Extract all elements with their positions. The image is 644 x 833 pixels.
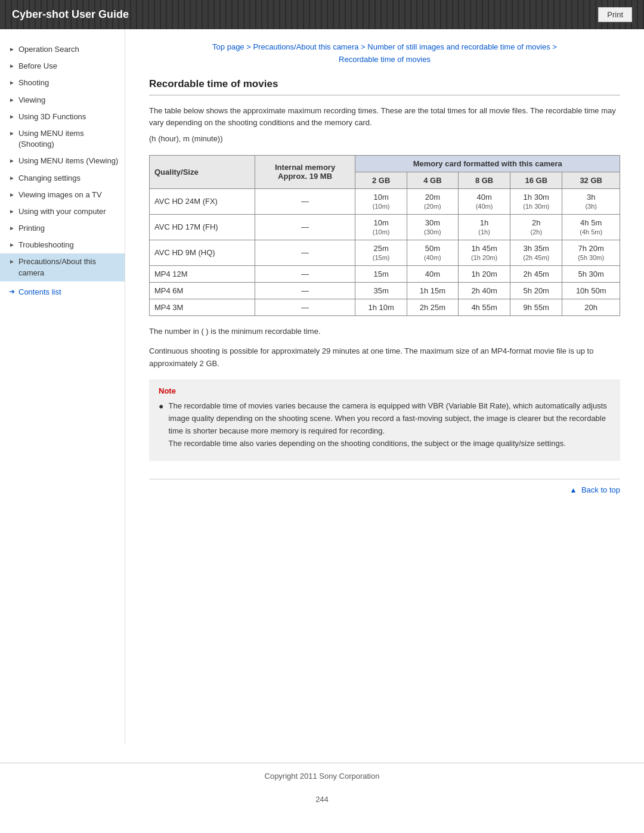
sidebar-item-menu-shooting[interactable]: ► Using MENU items (Shooting) [0,125,125,153]
quality-mp4-12m: MP4 12M [150,265,255,282]
triangle-up-icon: ▲ [569,486,577,494]
app-title: Cyber-shot User Guide [12,8,129,21]
32gb-mp4-6m: 10h 50m [562,282,620,299]
sidebar-item-operation-search[interactable]: ► Operation Search [0,41,125,58]
table-row: MP4 3M — 1h 10m 2h 25m 4h 55m 9h 55m 20h [150,299,620,315]
internal-mp4-6m: — [255,282,355,299]
internal-mp4-12m: — [255,265,355,282]
8gb-mp4-6m: 2h 40m [458,282,510,299]
8gb-avc-fh: 1h(1h) [458,214,510,240]
sidebar-item-label: Using with your computer [18,206,106,217]
16gb-avc-fh: 2h(2h) [510,214,562,240]
breadcrumb-precautions[interactable]: Precautions/About this camera [253,42,358,51]
col-header-2gb: 2 GB [355,172,407,188]
16gb-avc-hq: 3h 35m(2h 45m) [510,240,562,265]
table-row: MP4 6M — 35m 1h 15m 2h 40m 5h 20m 10h 50… [150,282,620,299]
breadcrumb-recordable-time[interactable]: Recordable time of movies [339,55,431,64]
4gb-mp4-3m: 2h 25m [407,299,458,315]
2gb-avc-fx: 10m(10m) [355,188,407,214]
copyright-text: Copyright 2011 Sony Corporation [265,772,380,781]
table-row: AVC HD 9M (HQ) — 25m(15m) 50m(40m) 1h 45… [150,240,620,265]
arrow-icon: ► [9,96,15,104]
sidebar-item-before-use[interactable]: ► Before Use [0,58,125,75]
arrow-icon: ► [9,45,15,54]
table-row: AVC HD 17M (FH) — 10m(10m) 30m(30m) 1h(1… [150,214,620,240]
col-header-quality: Quality/Size [150,155,255,188]
sidebar-item-label: Printing [18,223,45,234]
8gb-avc-hq: 1h 45m(1h 20m) [458,240,510,265]
contents-list-link[interactable]: ➔ Contents list [0,287,125,296]
breadcrumb-top[interactable]: Top page [212,42,244,51]
print-button[interactable]: Print [598,7,632,22]
sidebar-item-changing-settings[interactable]: ► Changing settings [0,170,125,187]
sidebar-item-label: Shooting [18,78,49,88]
intro-text-2: (h (hour), m (minute)) [149,133,620,145]
16gb-mp4-6m: 5h 20m [510,282,562,299]
internal-avc-hq: — [255,240,355,265]
arrow-icon: ► [9,241,15,249]
sidebar-item-label: Troubleshooting [18,240,74,250]
col-header-16gb: 16 GB [510,172,562,188]
col-header-32gb: 32 GB [562,172,620,188]
4gb-mp4-6m: 1h 15m [407,282,458,299]
sidebar-item-viewing[interactable]: ► Viewing [0,92,125,109]
2gb-avc-hq: 25m(15m) [355,240,407,265]
quality-mp4-6m: MP4 6M [150,282,255,299]
4gb-avc-hq: 50m(40m) [407,240,458,265]
32gb-avc-fx: 3h(3h) [562,188,620,214]
sidebar-item-computer[interactable]: ► Using with your computer [0,203,125,220]
8gb-mp4-12m: 1h 20m [458,265,510,282]
32gb-avc-fh: 4h 5m(4h 5m) [562,214,620,240]
col-header-memory-card: Memory card formatted with this camera [355,155,620,172]
4gb-avc-fh: 30m(30m) [407,214,458,240]
back-to-top-row: ▲ Back to top [149,479,620,494]
32gb-mp4-3m: 20h [562,299,620,315]
16gb-mp4-3m: 9h 55m [510,299,562,315]
bullet-dot-icon: ● [159,401,163,411]
col-header-internal: Internal memoryApprox. 19 MB [255,155,355,188]
breadcrumb-number-images[interactable]: Number of still images and recordable ti… [367,42,550,51]
sidebar-item-shooting[interactable]: ► Shooting [0,75,125,91]
arrow-icon: ► [9,191,15,199]
sidebar-item-label: Viewing images on a TV [18,190,102,200]
sidebar-item-viewing-tv[interactable]: ► Viewing images on a TV [0,187,125,203]
arrow-icon: ► [9,129,15,138]
sidebar-item-3d-functions[interactable]: ► Using 3D Functions [0,109,125,125]
arrow-icon: ► [9,174,15,182]
sidebar-item-precautions[interactable]: ► Precautions/About this camera [0,253,125,281]
sidebar-item-menu-viewing[interactable]: ► Using MENU items (Viewing) [0,153,125,169]
4gb-mp4-12m: 40m [407,265,458,282]
quality-avc-fh: AVC HD 17M (FH) [150,214,255,240]
32gb-mp4-12m: 5h 30m [562,265,620,282]
4gb-avc-fx: 20m(20m) [407,188,458,214]
note-bullet-1: ● The recordable time of movies varies b… [159,400,611,450]
sidebar-item-label: Operation Search [18,44,79,55]
internal-avc-fh: — [255,214,355,240]
page-footer: Copyright 2011 Sony Corporation [0,763,644,789]
2gb-mp4-3m: 1h 10m [355,299,407,315]
back-to-top-link[interactable]: ▲ Back to top [569,485,620,494]
page-number: 244 [0,795,644,804]
main-content: Top page > Precautions/About this camera… [125,29,644,745]
8gb-mp4-3m: 4h 55m [458,299,510,315]
sidebar-item-label: Using 3D Functions [18,112,86,122]
sidebar-item-label: Viewing [18,95,45,106]
page-layout: ► Operation Search ► Before Use ► Shooti… [0,29,644,745]
internal-avc-fx: — [255,188,355,214]
sidebar-item-label: Using MENU items (Shooting) [18,128,119,150]
note-text-1: The recordable time of movies varies bec… [168,400,611,450]
arrow-icon: ► [9,113,15,121]
quality-avc-hq: AVC HD 9M (HQ) [150,240,255,265]
2gb-avc-fh: 10m(10m) [355,214,407,240]
16gb-avc-fx: 1h 30m(1h 30m) [510,188,562,214]
sidebar-item-label: Before Use [18,61,57,72]
sidebar-item-troubleshooting[interactable]: ► Troubleshooting [0,237,125,253]
contents-list-label: Contents list [18,287,61,296]
sidebar-item-printing[interactable]: ► Printing [0,220,125,237]
arrow-icon: ► [9,157,15,165]
arrow-icon: ► [9,208,15,216]
16gb-mp4-12m: 2h 45m [510,265,562,282]
2gb-mp4-12m: 15m [355,265,407,282]
breadcrumb: Top page > Precautions/About this camera… [149,41,620,66]
note-box: Note ● The recordable time of movies var… [149,379,620,460]
